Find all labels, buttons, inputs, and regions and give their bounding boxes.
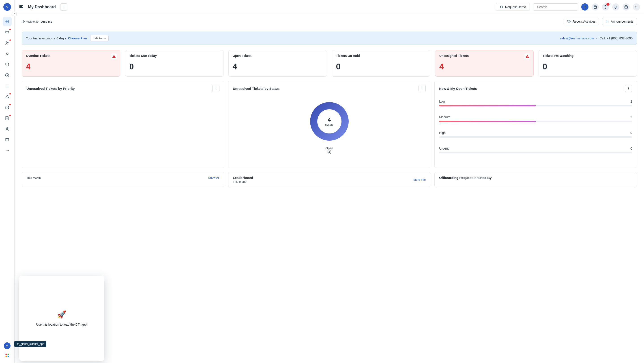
widget-menu[interactable]	[418, 85, 426, 92]
nav-problems[interactable]	[3, 49, 12, 58]
svg-point-1	[7, 21, 8, 22]
donut-chart: 4tickets	[310, 102, 349, 141]
more-info-link[interactable]: More Info	[413, 178, 426, 182]
nav-inventory[interactable]	[3, 103, 12, 112]
announcements-button[interactable]: Announcements	[602, 18, 637, 25]
eye-icon	[22, 20, 25, 23]
sales-email-link[interactable]: sales@freshservice.com	[560, 36, 594, 40]
cti-popup: 🚀 Use this location to load the CTI app.	[19, 276, 104, 361]
nav-tickets[interactable]	[3, 28, 12, 37]
nav-more[interactable]	[3, 146, 12, 155]
svg-point-26	[216, 88, 216, 89]
search-input-wrap[interactable]	[533, 3, 578, 10]
nav-reports[interactable]	[3, 114, 12, 123]
sidebar	[0, 0, 14, 363]
svg-point-25	[216, 87, 216, 88]
stat-card[interactable]: Tickets Due Today0	[125, 50, 224, 76]
widget-new-open-tickets: New & My Open Tickets Low2Medium2High0Ur…	[434, 80, 637, 168]
svg-point-27	[216, 89, 216, 89]
svg-point-29	[422, 88, 422, 89]
svg-rect-21	[114, 56, 114, 57]
widget-menu[interactable]	[625, 85, 632, 92]
choose-plan-link[interactable]: Choose Plan	[68, 36, 87, 40]
talk-to-us-button[interactable]: Talk to us	[90, 35, 108, 42]
recent-activities-button[interactable]: Recent Activities	[564, 18, 599, 25]
svg-point-16	[64, 8, 64, 8]
svg-rect-24	[527, 57, 528, 58]
new-button[interactable]	[581, 3, 588, 10]
topbar: My Dashboard Request Demo 1 G	[14, 0, 644, 14]
svg-point-14	[64, 6, 64, 6]
svg-rect-18	[594, 6, 596, 8]
calendar-icon[interactable]	[592, 3, 599, 10]
nav-contacts[interactable]	[3, 38, 12, 48]
svg-point-15	[64, 7, 64, 7]
svg-point-6	[6, 128, 8, 129]
svg-point-4	[6, 53, 8, 55]
svg-point-30	[422, 89, 422, 89]
logo[interactable]	[3, 3, 11, 11]
search-input[interactable]	[537, 5, 576, 9]
svg-point-34	[628, 89, 629, 89]
notifications-icon[interactable]	[612, 3, 619, 10]
stat-card[interactable]: Tickets I'm Watching0	[538, 50, 637, 76]
priority-row: Low2	[439, 100, 632, 106]
svg-point-0	[6, 20, 8, 23]
stat-card[interactable]: Unassigned Tickets4	[435, 50, 534, 76]
widget-title: New & My Open Tickets	[439, 87, 477, 90]
title-more-button[interactable]	[60, 3, 68, 10]
stat-card[interactable]: Overdue Tickets4	[22, 50, 120, 76]
priority-row: High0	[439, 131, 632, 138]
nav-apps[interactable]	[3, 351, 12, 360]
headset-icon	[500, 5, 504, 9]
alert-icon	[524, 54, 530, 59]
svg-point-20	[23, 21, 24, 22]
hamburger-icon[interactable]	[18, 4, 24, 10]
help-icon[interactable]: 1	[602, 3, 609, 10]
stat-card[interactable]: Tickets On Hold0	[332, 50, 430, 76]
sales-phone: Call: +1 (866) 832-3090	[600, 36, 633, 40]
stat-card[interactable]: Open tickets4	[228, 50, 327, 76]
svg-point-7	[6, 150, 6, 151]
nav-assets[interactable]	[3, 82, 12, 90]
svg-rect-10	[6, 354, 7, 355]
nav-cti-app[interactable]	[4, 342, 10, 349]
widget-menu[interactable]	[212, 85, 220, 92]
nav-dashboard[interactable]	[3, 17, 12, 26]
marketplace-icon[interactable]	[622, 3, 630, 10]
trial-banner: Your trial is expiring in 5 days . Choos…	[22, 32, 637, 45]
svg-point-32	[628, 87, 629, 88]
widget-leaderboard: LeaderboardThis monthMore Info	[228, 172, 430, 187]
svg-point-28	[422, 87, 422, 88]
request-demo-button[interactable]: Request Demo	[496, 3, 530, 11]
svg-point-2	[6, 42, 7, 43]
priority-row: Urgent0	[439, 147, 632, 154]
widget-unresolved-status: Unresolved Tickets by Status 4tickets Op…	[228, 80, 430, 168]
widget-unresolved-priority: Unresolved Tickets by Priority	[22, 80, 224, 168]
rocket-icon: 🚀	[57, 310, 66, 319]
show-all-link[interactable]: Show All	[208, 176, 220, 179]
svg-rect-13	[8, 356, 9, 357]
svg-rect-11	[8, 354, 9, 355]
svg-point-8	[7, 150, 8, 151]
nav-releases[interactable]	[3, 71, 12, 80]
widget-title: Unresolved Tickets by Status	[233, 87, 280, 90]
help-badge: 1	[606, 3, 610, 6]
donut-legend: Open (4)	[325, 146, 333, 154]
nav-alerts[interactable]	[3, 92, 12, 101]
visibility-indicator: Visible To: Only me	[22, 20, 52, 23]
widget-offboarding: Offboarding Request Initiated By	[434, 172, 637, 187]
user-avatar[interactable]: G	[633, 3, 640, 10]
nav-workload[interactable]	[3, 124, 12, 134]
svg-point-3	[8, 42, 8, 43]
cti-tooltip: cti_global_sidebar_app	[14, 341, 46, 347]
history-icon	[567, 20, 571, 23]
svg-rect-12	[6, 356, 7, 357]
widget-title: Unresolved Tickets by Priority	[26, 87, 75, 90]
svg-point-9	[8, 150, 8, 151]
nav-changes[interactable]	[3, 60, 12, 69]
megaphone-icon	[606, 20, 609, 23]
nav-solutions[interactable]	[3, 135, 12, 144]
page-title: My Dashboard	[28, 5, 56, 10]
sidebar-expand[interactable]	[12, 12, 16, 16]
